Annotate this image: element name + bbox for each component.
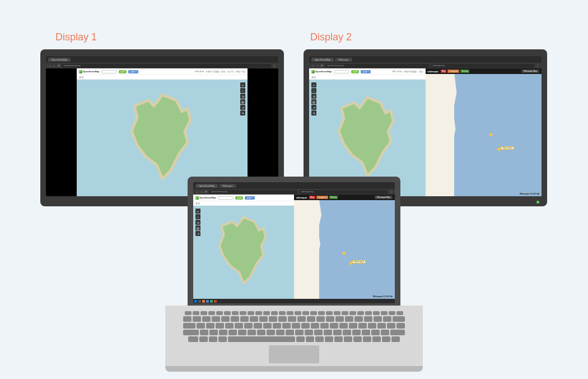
menu-icon[interactable]: ⋮ bbox=[273, 64, 276, 67]
osm-search-button[interactable]: 검색 bbox=[351, 70, 359, 73]
laptop: OpenStreetMap Wikimapia ‹ › ⟳ openstreet… bbox=[188, 177, 423, 368]
share-icon[interactable]: ↗ bbox=[195, 231, 200, 236]
browser-window-1: OpenStreetMap ‹ › ⟳ openstreetmap.org ⋮ … bbox=[46, 56, 278, 196]
osm-logo[interactable]: OpenStreetMap bbox=[79, 70, 100, 73]
osm-menu-about[interactable]: 정보 bbox=[221, 71, 226, 73]
osm-header-1: OpenStreetMap 검색 길찾기 GPS 트랙 사용자 도움말 정보 로… bbox=[77, 68, 248, 75]
osm-directions-button[interactable]: 길찾기 bbox=[361, 70, 371, 73]
browser-tab-wikimapia-laptop[interactable]: Wikimapia bbox=[219, 184, 236, 188]
osm-menu-signup[interactable]: 회원 가입 bbox=[236, 71, 245, 73]
wm-menu-map[interactable]: Map bbox=[309, 196, 315, 199]
forward-icon[interactable]: › bbox=[200, 190, 203, 193]
osm-directions-button[interactable]: 길찾기 bbox=[245, 196, 255, 200]
locate-icon[interactable]: ⊙ bbox=[195, 220, 200, 225]
layers-icon[interactable]: ▤ bbox=[311, 99, 316, 104]
layers-icon[interactable]: ▤ bbox=[195, 225, 200, 230]
url-bar-laptop-b[interactable]: wikimapia.org bbox=[299, 190, 388, 194]
zoom-out-icon[interactable]: − bbox=[195, 214, 200, 219]
forward-icon[interactable]: › bbox=[316, 64, 319, 67]
marker-label[interactable]: Green Island bbox=[501, 146, 514, 150]
layers-icon[interactable]: ▤ bbox=[240, 99, 245, 104]
osm-menu-help[interactable]: 사용자 도움말 bbox=[206, 71, 220, 73]
browser-toolbar-laptop: ‹ › ⟳ openstreetmap.org wikimapia.org ⋮ bbox=[193, 189, 395, 195]
url-bar-2a[interactable]: openstreetmap.org bbox=[325, 64, 430, 68]
osm-menu-gps[interactable]: GPS 트랙 bbox=[392, 71, 401, 73]
map-marker-2[interactable] bbox=[497, 147, 501, 151]
osm-title: OpenStreetMap bbox=[315, 70, 332, 73]
browser-tab-osm-2[interactable]: OpenStreetMap bbox=[311, 58, 334, 62]
back-icon[interactable]: ‹ bbox=[48, 64, 52, 67]
osm-map-tools-left: + − ⊙ ▤ ↗ ✎ bbox=[311, 82, 316, 115]
forward-icon[interactable]: › bbox=[53, 64, 56, 67]
windows-taskbar[interactable] bbox=[193, 299, 395, 303]
osm-search-button[interactable]: 검색 bbox=[235, 196, 243, 200]
wm-menu-nearby[interactable]: Nearby bbox=[329, 196, 338, 199]
wikimapia-map-button[interactable]: Wikimapia Map bbox=[375, 196, 393, 199]
wikimapia-map-laptop[interactable]: Green Island Wikimapia CC-BY-SA bbox=[294, 200, 395, 299]
zoom-in-icon[interactable]: + bbox=[311, 82, 316, 87]
osm-search-input[interactable] bbox=[101, 70, 117, 73]
osm-map-laptop[interactable]: OpenStreetMap 검색 길찾기 종점 + − ⊙ bbox=[193, 195, 294, 299]
map-marker-1[interactable] bbox=[342, 252, 346, 255]
menu-icon[interactable]: ⋮ bbox=[389, 190, 393, 193]
taskbar-app-icon-3[interactable] bbox=[210, 300, 213, 303]
wikimapia-menu: Map Categories Nearby bbox=[309, 196, 338, 199]
osm-search-button[interactable]: 검색 bbox=[119, 70, 127, 73]
zoom-out-icon[interactable]: − bbox=[311, 88, 316, 93]
reload-icon[interactable]: ⟳ bbox=[204, 190, 208, 193]
osm-secondary-bar-2: 종점 bbox=[309, 75, 426, 80]
taskbar-app-icon-2[interactable] bbox=[206, 300, 209, 303]
wikimapia-logo[interactable]: wikimapia bbox=[428, 70, 438, 73]
reload-icon[interactable]: ⟳ bbox=[57, 64, 60, 67]
wikimapia-map-2[interactable]: Green Island Wikimapia CC-BY-SA bbox=[426, 74, 542, 196]
zoom-in-icon[interactable]: + bbox=[240, 82, 245, 87]
osm-header-2: OpenStreetMap 검색 길찾기 GPS 트랙 사용자 도움말 정보 bbox=[309, 68, 426, 75]
osm-menu-login[interactable]: 로그인 bbox=[227, 71, 234, 73]
browser-tab-osm-laptop[interactable]: OpenStreetMap bbox=[195, 184, 218, 188]
osm-search-input[interactable] bbox=[334, 70, 349, 73]
taskbar-app-icon-4[interactable] bbox=[214, 300, 217, 303]
wm-menu-map[interactable]: Map bbox=[441, 70, 447, 73]
windows-start-icon[interactable] bbox=[194, 300, 197, 303]
wm-menu-categories[interactable]: Categories bbox=[316, 196, 328, 199]
wikimapia-map-button[interactable]: Wikimapia Map bbox=[521, 70, 539, 73]
wikimapia-logo[interactable]: wikimapia bbox=[296, 196, 307, 199]
taskbar-app-icon-1[interactable] bbox=[202, 300, 205, 303]
note-icon[interactable]: ✎ bbox=[240, 110, 245, 115]
browser-tab-wikimapia[interactable]: Wikimapia bbox=[335, 58, 352, 62]
osm-logo-icon bbox=[79, 70, 82, 73]
wikimapia-pane-laptop[interactable]: wikimapia Map Categories Nearby Wikimapi… bbox=[294, 195, 395, 299]
url-bar-2b[interactable]: wikimapia.org bbox=[431, 64, 535, 68]
taskbar-search-icon[interactable] bbox=[198, 300, 201, 303]
marker-label[interactable]: Green Island bbox=[352, 260, 365, 264]
wm-menu-nearby[interactable]: Nearby bbox=[460, 70, 469, 73]
osm-logo[interactable]: OpenStreetMap bbox=[195, 196, 216, 200]
zoom-out-icon[interactable]: − bbox=[240, 88, 245, 93]
locate-icon[interactable]: ⊙ bbox=[240, 94, 245, 99]
url-bar-laptop-a[interactable]: openstreetmap.org bbox=[209, 190, 298, 194]
wikimapia-pane-2[interactable]: wikimapia Map Categories Nearby Wikimapi… bbox=[426, 68, 542, 196]
locate-icon[interactable]: ⊙ bbox=[311, 94, 316, 99]
osm-menu-about[interactable]: 정보 bbox=[419, 71, 423, 73]
osm-search-input[interactable] bbox=[218, 196, 234, 200]
browser-tab-osm[interactable]: OpenStreetMap bbox=[48, 58, 71, 62]
osm-menu-help[interactable]: 사용자 도움말 bbox=[403, 71, 417, 73]
share-icon[interactable]: ↗ bbox=[240, 105, 245, 110]
osm-directions-button[interactable]: 길찾기 bbox=[128, 70, 138, 73]
osm-logo-icon bbox=[311, 70, 315, 73]
map-marker-1[interactable] bbox=[489, 133, 493, 136]
zoom-in-icon[interactable]: + bbox=[195, 209, 200, 214]
url-bar-1[interactable]: openstreetmap.org bbox=[62, 64, 272, 68]
osm-menu-gps[interactable]: GPS 트랙 bbox=[195, 71, 204, 73]
back-icon[interactable]: ‹ bbox=[195, 190, 199, 193]
note-icon[interactable]: ✎ bbox=[311, 110, 316, 115]
menu-icon[interactable]: ⋮ bbox=[536, 64, 539, 67]
laptop-trackpad[interactable] bbox=[269, 345, 319, 363]
share-icon[interactable]: ↗ bbox=[311, 105, 316, 110]
wm-menu-categories[interactable]: Categories bbox=[447, 70, 459, 73]
reload-icon[interactable]: ⟳ bbox=[320, 64, 324, 67]
display-2-label: Display 2 bbox=[310, 31, 352, 43]
laptop-screen-bezel: OpenStreetMap Wikimapia ‹ › ⟳ openstreet… bbox=[188, 177, 400, 306]
osm-logo[interactable]: OpenStreetMap bbox=[311, 70, 332, 73]
back-icon[interactable]: ‹ bbox=[311, 64, 315, 67]
